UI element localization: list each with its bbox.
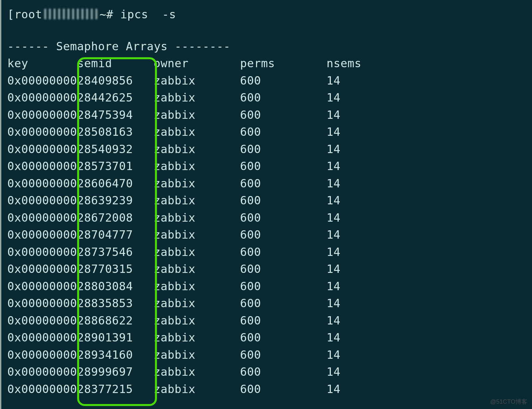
section-dashes-right: --------: [175, 40, 230, 53]
cell-nsems: 14: [327, 141, 340, 158]
cell-key: 0x00000000: [7, 175, 77, 192]
col-semid: semid: [77, 55, 154, 72]
cell-nsems: 14: [327, 278, 340, 295]
cell-semid: 28868622: [77, 312, 154, 329]
cell-owner: zabbix: [154, 261, 240, 278]
cell-key: 0x00000000: [7, 346, 77, 364]
table-row: 0x0000000028573701zabbix60014: [1, 158, 532, 175]
cell-semid: 28672008: [77, 209, 154, 227]
cell-nsems: 14: [327, 363, 340, 381]
cell-owner: zabbix: [154, 141, 240, 158]
cell-key: 0x00000000: [7, 261, 77, 278]
cell-nsems: 14: [327, 89, 340, 106]
section-title: Semaphore Arrays: [56, 40, 168, 53]
prompt-user: root: [14, 8, 42, 21]
table-row: 0x0000000028803084zabbix60014: [1, 278, 532, 295]
cell-owner: zabbix: [154, 363, 240, 381]
cell-key: 0x00000000: [7, 141, 77, 158]
cell-nsems: 14: [327, 261, 340, 278]
cell-key: 0x00000000: [7, 72, 77, 90]
cell-perms: 600: [240, 123, 327, 141]
table-row: 0x0000000028639239zabbix60014: [1, 192, 532, 209]
cell-owner: zabbix: [154, 209, 240, 227]
cell-semid: 28442625: [77, 89, 154, 106]
col-perms: perms: [240, 55, 327, 72]
prompt-line: [root~# ipcs -s: [1, 0, 532, 23]
cell-nsems: 14: [327, 106, 340, 124]
cell-perms: 600: [240, 381, 327, 398]
cell-perms: 600: [240, 312, 327, 329]
cell-nsems: 14: [327, 72, 340, 90]
cell-semid: 28540932: [77, 141, 154, 158]
table-row: 0x0000000028409856zabbix60014: [1, 72, 532, 90]
prompt-host-redacted: [44, 9, 97, 19]
cell-perms: 600: [240, 261, 327, 278]
table-row: 0x0000000028835853zabbix60014: [1, 295, 532, 312]
cell-perms: 600: [240, 278, 327, 295]
cell-key: 0x00000000: [7, 363, 77, 381]
cell-semid: 28377215: [77, 381, 154, 398]
cell-perms: 600: [240, 295, 327, 312]
cell-semid: 28409856: [77, 72, 154, 90]
table-row: 0x0000000028704777zabbix60014: [1, 226, 532, 244]
cell-owner: zabbix: [154, 123, 240, 141]
cell-nsems: 14: [327, 381, 340, 398]
cell-owner: zabbix: [154, 158, 240, 175]
table-row: 0x0000000028606470zabbix60014: [1, 175, 532, 192]
cell-key: 0x00000000: [7, 312, 77, 329]
cell-semid: 28573701: [77, 158, 154, 175]
cell-nsems: 14: [327, 123, 340, 141]
cell-perms: 600: [240, 106, 327, 124]
cell-nsems: 14: [327, 158, 340, 175]
cell-perms: 600: [240, 158, 327, 175]
cell-perms: 600: [240, 72, 327, 90]
col-nsems: nsems: [327, 55, 361, 72]
cell-owner: zabbix: [154, 312, 240, 329]
cell-nsems: 14: [327, 244, 340, 261]
table-body: 0x0000000028409856zabbix600140x000000002…: [1, 72, 532, 398]
command-text: ipcs -s: [120, 8, 176, 21]
section-header: ------ Semaphore Arrays --------: [1, 38, 532, 55]
cell-owner: zabbix: [154, 192, 240, 209]
cell-nsems: 14: [327, 295, 340, 312]
cell-semid: 28901391: [77, 329, 154, 346]
table-row: 0x0000000028377215zabbix60014: [1, 381, 532, 398]
cell-owner: zabbix: [154, 381, 240, 398]
table-row: 0x0000000028540932zabbix60014: [1, 141, 532, 158]
cell-semid: 28770315: [77, 261, 154, 278]
cell-nsems: 14: [327, 329, 340, 346]
cell-key: 0x00000000: [7, 278, 77, 295]
cell-perms: 600: [240, 89, 327, 106]
table-row: 0x0000000028868622zabbix60014: [1, 312, 532, 329]
table-row: 0x0000000028442625zabbix60014: [1, 89, 532, 106]
cell-key: 0x00000000: [7, 106, 77, 124]
watermark: @51CTO博客: [490, 398, 527, 406]
cell-perms: 600: [240, 363, 327, 381]
table-row: 0x0000000028770315zabbix60014: [1, 261, 532, 278]
table-header-row: keysemidownerpermsnsems: [1, 55, 532, 72]
cell-semid: 28475394: [77, 106, 154, 124]
cell-perms: 600: [240, 244, 327, 261]
cell-semid: 28639239: [77, 192, 154, 209]
cell-perms: 600: [240, 192, 327, 209]
cell-owner: zabbix: [154, 106, 240, 124]
cell-key: 0x00000000: [7, 89, 77, 106]
cell-owner: zabbix: [154, 175, 240, 192]
cell-owner: zabbix: [154, 72, 240, 90]
cell-semid: 28803084: [77, 278, 154, 295]
cell-perms: 600: [240, 175, 327, 192]
cell-semid: 28737546: [77, 244, 154, 261]
cell-key: 0x00000000: [7, 158, 77, 175]
cell-nsems: 14: [327, 312, 340, 329]
table-row: 0x0000000028999697zabbix60014: [1, 363, 532, 381]
cell-owner: zabbix: [154, 244, 240, 261]
cell-nsems: 14: [327, 226, 340, 244]
cell-owner: zabbix: [154, 226, 240, 244]
cell-owner: zabbix: [154, 346, 240, 364]
prompt-tail: ~#: [99, 8, 120, 21]
cell-semid: 28835853: [77, 295, 154, 312]
cell-owner: zabbix: [154, 329, 240, 346]
terminal-window[interactable]: [root~# ipcs -s ------ Semaphore Arrays …: [0, 0, 532, 409]
cell-perms: 600: [240, 209, 327, 227]
cell-key: 0x00000000: [7, 244, 77, 261]
